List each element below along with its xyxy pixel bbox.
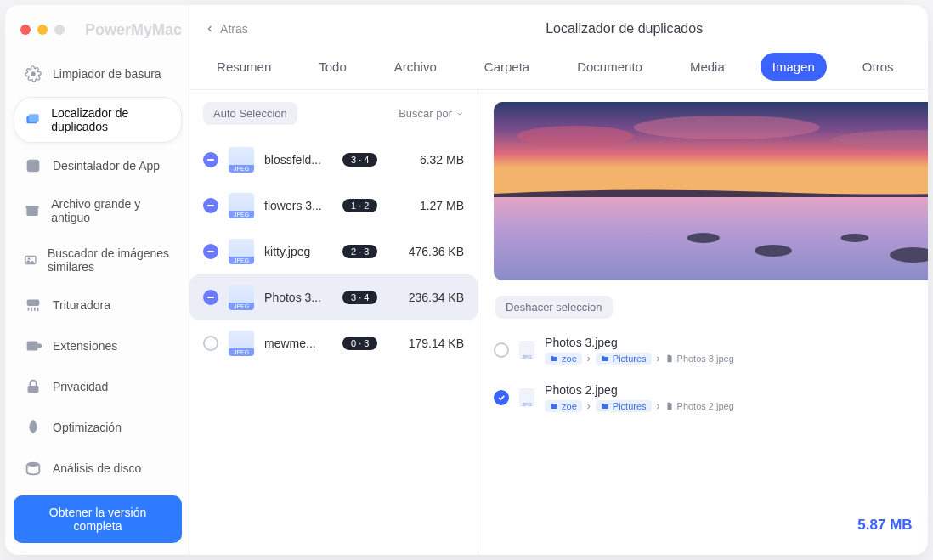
group-row[interactable]: Photos 3... 3 · 4 236.34 KB xyxy=(189,274,478,320)
sidebar-item-label: Privacidad xyxy=(53,380,108,393)
page-title: Localizador de duplicados xyxy=(248,21,928,37)
sidebar-item-label: Limpiador de basura xyxy=(53,67,161,81)
sidebar-item-similar-images[interactable]: Buscador de imágenes similares xyxy=(14,238,182,282)
svg-rect-11 xyxy=(28,386,39,393)
footer: 5.87 MB LIMPIAR xyxy=(494,495,928,555)
group-row[interactable]: kitty.jpeg 2 · 3 476.36 KB xyxy=(189,229,478,274)
image-icon xyxy=(24,251,37,269)
undo-selection-button[interactable]: Deshacer seleccion xyxy=(495,296,612,319)
path-folder: Pictures xyxy=(596,353,652,365)
jpeg-thumbnail-icon xyxy=(229,331,254,356)
group-row[interactable]: flowers 3... 1 · 2 1.27 MB xyxy=(189,183,478,229)
checkbox[interactable] xyxy=(494,390,509,405)
count-badge: 3 · 4 xyxy=(342,291,377,304)
sidebar-item-app-uninstaller[interactable]: Desintalador de App xyxy=(14,148,182,184)
sort-by-dropdown[interactable]: Buscar por xyxy=(399,107,464,120)
tab-otros[interactable]: Otros xyxy=(851,53,906,81)
duplicate-row[interactable]: Photos 3.jpeg zoe › Pictures › Photos 3.… xyxy=(494,329,928,376)
content-area: Auto Seleccion Buscar por blossfeld... 3… xyxy=(189,90,928,555)
folder-duplicate-icon xyxy=(25,110,41,129)
chevron-down-icon xyxy=(455,110,464,118)
path-file: Photos 3.jpeg xyxy=(665,354,734,364)
total-size: 5.87 MB xyxy=(857,517,912,534)
close-window-icon[interactable] xyxy=(20,25,31,35)
svg-rect-8 xyxy=(27,300,40,306)
svg-point-7 xyxy=(28,257,31,260)
upgrade-button[interactable]: Obtener la versión completa xyxy=(14,495,182,543)
disk-icon xyxy=(24,459,42,478)
svg-point-20 xyxy=(841,234,869,242)
sidebar-item-label: Archivo grande y antiguo xyxy=(51,197,172,224)
sidebar: PowerMyMac Limpiador de basura Localizad… xyxy=(5,5,189,555)
jpeg-thumbnail-icon xyxy=(229,193,254,218)
group-row[interactable]: blossfeld... 3 · 4 6.32 MB xyxy=(189,137,478,183)
sidebar-item-extensions[interactable]: Extensiones xyxy=(14,328,182,364)
path-folder: Pictures xyxy=(596,400,652,412)
app-icon xyxy=(24,156,42,175)
sidebar-item-shredder[interactable]: Trituradora xyxy=(14,287,182,323)
file-path: zoe › Pictures › Photos 3.jpeg xyxy=(545,353,926,365)
svg-point-10 xyxy=(37,343,42,348)
selection-indicator-partial[interactable] xyxy=(203,244,218,259)
tab-resumen[interactable]: Resumen xyxy=(205,53,283,81)
sidebar-item-optimization[interactable]: Optimización xyxy=(14,410,182,445)
selection-indicator-partial[interactable] xyxy=(203,198,218,213)
tab-carpeta[interactable]: Carpeta xyxy=(472,53,541,81)
selection-indicator-none[interactable] xyxy=(203,336,218,351)
tab-media[interactable]: Media xyxy=(678,53,737,81)
groups-toolbar: Auto Seleccion Buscar por xyxy=(189,90,478,137)
path-user-folder: zoe xyxy=(545,353,582,365)
filter-tabs: Resumen Todo Archivo Carpeta Documento M… xyxy=(189,53,928,90)
group-row[interactable]: mewme... 0 · 3 179.14 KB xyxy=(189,320,478,366)
groups-list: blossfeld... 3 · 4 6.32 MB flowers 3... … xyxy=(189,137,478,555)
file-path: zoe › Pictures › Photos 2.jpeg xyxy=(545,400,926,412)
group-filename: mewme... xyxy=(264,337,332,350)
group-size: 236.34 KB xyxy=(409,291,464,304)
svg-point-12 xyxy=(27,462,40,467)
group-size: 476.36 KB xyxy=(409,245,464,258)
sidebar-item-duplicate-finder[interactable]: Localizador de duplicados xyxy=(14,97,182,143)
tab-imagen[interactable]: Imagen xyxy=(761,53,827,81)
preview-column: Deshacer seleccion Buscar por Photos 3.j… xyxy=(478,90,928,555)
path-file: Photos 2.jpeg xyxy=(665,401,734,411)
count-badge: 1 · 2 xyxy=(342,199,377,212)
sidebar-item-junk-cleaner[interactable]: Limpiador de basura xyxy=(14,56,182,92)
image-preview xyxy=(494,102,928,280)
lock-icon xyxy=(24,377,42,396)
file-info: Photos 2.jpeg zoe › Pictures › Photos 2.… xyxy=(545,383,926,412)
svg-point-18 xyxy=(687,233,720,243)
main-panel: Atras Localizador de duplicados ? Resume… xyxy=(189,5,928,555)
back-button[interactable]: Atras xyxy=(205,22,248,36)
jpeg-thumbnail-icon xyxy=(229,285,254,310)
svg-rect-9 xyxy=(27,342,38,351)
minimize-window-icon[interactable] xyxy=(37,25,48,35)
selection-indicator-partial[interactable] xyxy=(203,290,218,305)
rocket-icon xyxy=(24,418,42,437)
svg-rect-4 xyxy=(26,208,37,216)
tab-archivo[interactable]: Archivo xyxy=(382,53,449,81)
selection-indicator-partial[interactable] xyxy=(203,152,218,167)
auto-select-button[interactable]: Auto Seleccion xyxy=(203,102,297,125)
count-badge: 0 · 3 xyxy=(342,337,377,350)
sidebar-item-large-old-files[interactable]: Archivo grande y antiguo xyxy=(14,189,182,233)
sidebar-item-label: Optimización xyxy=(53,421,122,434)
file-info: Photos 3.jpeg zoe › Pictures › Photos 3.… xyxy=(545,336,926,365)
app-brand: PowerMyMac xyxy=(85,21,182,39)
checkbox[interactable] xyxy=(494,342,509,358)
duplicate-groups-column: Auto Seleccion Buscar por blossfeld... 3… xyxy=(189,90,478,555)
sidebar-item-disk-analysis[interactable]: Análisis de disco xyxy=(14,450,182,486)
shredder-icon xyxy=(24,296,42,314)
svg-point-0 xyxy=(31,71,36,76)
tab-documento[interactable]: Documento xyxy=(565,53,654,81)
duplicate-row[interactable]: Photos 2.jpeg zoe › Pictures › Photos 2.… xyxy=(494,376,928,424)
puzzle-icon xyxy=(24,337,42,355)
group-size: 6.32 MB xyxy=(420,153,464,167)
sidebar-item-privacy[interactable]: Privacidad xyxy=(14,369,182,404)
group-filename: Photos 3... xyxy=(264,291,332,304)
svg-rect-3 xyxy=(27,160,40,173)
tab-todo[interactable]: Todo xyxy=(307,53,359,81)
svg-point-16 xyxy=(634,116,820,139)
sidebar-nav: Limpiador de basura Localizador de dupli… xyxy=(14,56,182,486)
sidebar-item-label: Buscador de imágenes similares xyxy=(48,246,172,274)
count-badge: 2 · 3 xyxy=(342,245,377,258)
